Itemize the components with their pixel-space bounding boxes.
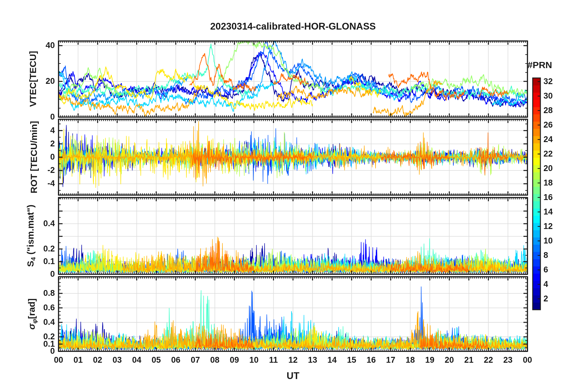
colorbar-tick-label: 22 — [543, 150, 553, 158]
chart-canvas — [0, 0, 586, 392]
x-axis-label: UT — [59, 370, 527, 382]
x-tick-label: 14 — [321, 356, 343, 364]
x-tick-label: 06 — [165, 356, 187, 364]
y-tick-label: 0.1 — [18, 257, 55, 266]
colorbar-tick-label: 16 — [543, 193, 553, 202]
y-tick-label: 0.6 — [18, 304, 55, 312]
y-tick-label: 0.8 — [18, 289, 55, 297]
y-tick-label: 4 — [18, 126, 55, 135]
x-tick-label: 00 — [517, 356, 538, 364]
x-tick-label: 01 — [67, 356, 89, 364]
y-tick-label: 40 — [18, 41, 55, 50]
y-tick-label: 0 — [18, 153, 55, 161]
y-tick-label: -2 — [18, 166, 55, 174]
x-tick-label: 04 — [126, 356, 148, 364]
x-tick-label: 18 — [400, 356, 421, 364]
x-tick-label: 10 — [243, 356, 265, 364]
x-tick-label: 16 — [360, 356, 382, 364]
colorbar-tick-label: 2 — [543, 295, 548, 303]
colorbar-tick-label: 8 — [543, 251, 548, 259]
colorbar-tick-label: 26 — [543, 121, 553, 129]
colorbar-tick-label: 12 — [543, 222, 553, 231]
colorbar-tick-label: 20 — [543, 164, 553, 173]
y-tick-label: 0.4 — [18, 219, 55, 228]
x-tick-label: 05 — [145, 356, 167, 364]
y-tick-label: -4 — [18, 179, 55, 188]
x-tick-label: 21 — [458, 356, 480, 364]
x-tick-label: 11 — [263, 356, 284, 364]
y-tick-label: 0 — [18, 113, 55, 121]
x-tick-label: 08 — [204, 356, 226, 364]
y-tick-label: 2 — [18, 140, 55, 148]
x-tick-label: 15 — [341, 356, 362, 364]
x-tick-label: 22 — [478, 356, 499, 364]
x-tick-label: 12 — [282, 356, 304, 364]
colorbar-title: #PRN — [527, 60, 552, 70]
y-tick-label: 0 — [18, 270, 55, 278]
y-tick-label: 0.2 — [18, 333, 55, 341]
x-tick-label: 23 — [497, 356, 519, 364]
colorbar-tick-label: 6 — [543, 266, 548, 274]
colorbar-tick-label: 32 — [543, 77, 553, 86]
x-tick-label: 13 — [302, 356, 323, 364]
x-tick-label: 00 — [48, 356, 69, 364]
colorbar-tick-label: 30 — [543, 92, 553, 100]
x-tick-label: 03 — [106, 356, 128, 364]
x-tick-label: 02 — [87, 356, 108, 364]
colorbar-tick-label: 14 — [543, 208, 553, 216]
colorbar-tick-label: 28 — [543, 106, 553, 115]
chart-title: 20230314-calibrated-HOR-GLONASS — [59, 21, 527, 32]
y-tick-label: 0.4 — [18, 318, 55, 326]
x-tick-label: 20 — [438, 356, 460, 364]
colorbar-tick-label: 24 — [543, 135, 553, 144]
colorbar-tick-label: 4 — [543, 280, 548, 288]
x-tick-label: 07 — [185, 356, 206, 364]
x-tick-label: 17 — [380, 356, 401, 364]
colorbar-tick-label: 10 — [543, 237, 553, 245]
y-tick-label: 20 — [18, 77, 55, 85]
x-tick-label: 09 — [224, 356, 245, 364]
x-tick-label: 19 — [419, 356, 441, 364]
figure: 20230314-calibrated-HOR-GLONASS VTEC[TEC… — [0, 0, 586, 392]
y-tick-label: 0.2 — [18, 245, 55, 253]
colorbar-tick-label: 18 — [543, 179, 553, 187]
